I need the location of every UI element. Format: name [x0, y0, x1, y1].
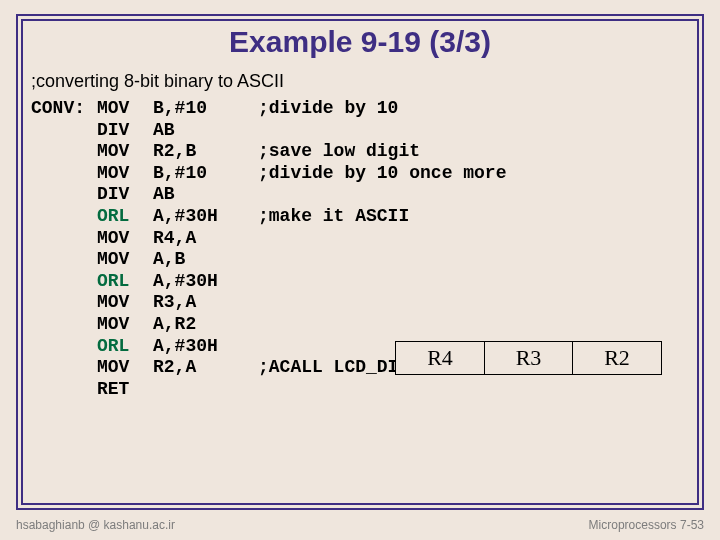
code-label: CONV: — [31, 98, 97, 120]
footer-right-label: Microprocessors — [589, 518, 677, 532]
code-mnemonic: MOV — [97, 228, 153, 250]
code-mnemonic: DIV — [97, 120, 153, 142]
code-comment: ;make it ASCII — [258, 206, 409, 228]
code-mnemonic: MOV — [97, 141, 153, 163]
register-cell: R2 — [572, 341, 662, 375]
code-args: R4,A — [153, 228, 258, 250]
code-mnemonic: MOV — [97, 292, 153, 314]
subtitle: ;converting 8-bit binary to ASCII — [31, 71, 697, 92]
code-args: B,#10 — [153, 98, 258, 120]
code-comment: ;save low digit — [258, 141, 420, 163]
code-mnemonic: MOV — [97, 314, 153, 336]
frame-inner: Example 9-19 (3/3) ;converting 8-bit bin… — [21, 19, 699, 505]
code-line: DIVAB — [31, 120, 697, 142]
register-cell: R4 — [395, 341, 485, 375]
code-args: R2,B — [153, 141, 258, 163]
code-args: R3,A — [153, 292, 258, 314]
code-args: A,B — [153, 249, 258, 271]
code-line: RET — [31, 379, 697, 401]
code-mnemonic: ORL — [97, 336, 153, 358]
code-comment: ;divide by 10 once more — [258, 163, 506, 185]
code-line: MOVR4,A — [31, 228, 697, 250]
code-mnemonic: RET — [97, 379, 153, 401]
footer-right: Microprocessors 7-53 — [589, 518, 704, 532]
slide: Example 9-19 (3/3) ;converting 8-bit bin… — [0, 0, 720, 540]
code-mnemonic: MOV — [97, 98, 153, 120]
code-mnemonic: MOV — [97, 163, 153, 185]
frame-outer: Example 9-19 (3/3) ;converting 8-bit bin… — [16, 14, 704, 510]
code-mnemonic: ORL — [97, 271, 153, 293]
code-line: MOVB,#10;divide by 10 once more — [31, 163, 697, 185]
code-line: MOVA,R2 — [31, 314, 697, 336]
footer-left: hsabaghianb @ kashanu.ac.ir — [16, 518, 175, 532]
code-args: AB — [153, 184, 258, 206]
code-args: A,R2 — [153, 314, 258, 336]
code-mnemonic: DIV — [97, 184, 153, 206]
register-cell: R3 — [484, 341, 574, 375]
code-line: DIVAB — [31, 184, 697, 206]
code-comment: ;divide by 10 — [258, 98, 398, 120]
code-args: A,#30H — [153, 271, 258, 293]
code-line: CONV:MOVB,#10;divide by 10 — [31, 98, 697, 120]
code-line: MOVA,B — [31, 249, 697, 271]
code-line: ORLA,#30H;make it ASCII — [31, 206, 697, 228]
code-mnemonic: ORL — [97, 206, 153, 228]
code-args: AB — [153, 120, 258, 142]
code-line: MOVR2,B;save low digit — [31, 141, 697, 163]
code-line: MOVR3,A — [31, 292, 697, 314]
code-args: R2,A — [153, 357, 258, 379]
code-mnemonic: MOV — [97, 249, 153, 271]
footer-right-page: 7-53 — [680, 518, 704, 532]
slide-title: Example 9-19 (3/3) — [23, 25, 697, 59]
code-args: A,#30H — [153, 206, 258, 228]
code-mnemonic: MOV — [97, 357, 153, 379]
register-row: R4R3R2 — [395, 341, 662, 375]
code-args: B,#10 — [153, 163, 258, 185]
code-args: A,#30H — [153, 336, 258, 358]
code-line: ORLA,#30H — [31, 271, 697, 293]
